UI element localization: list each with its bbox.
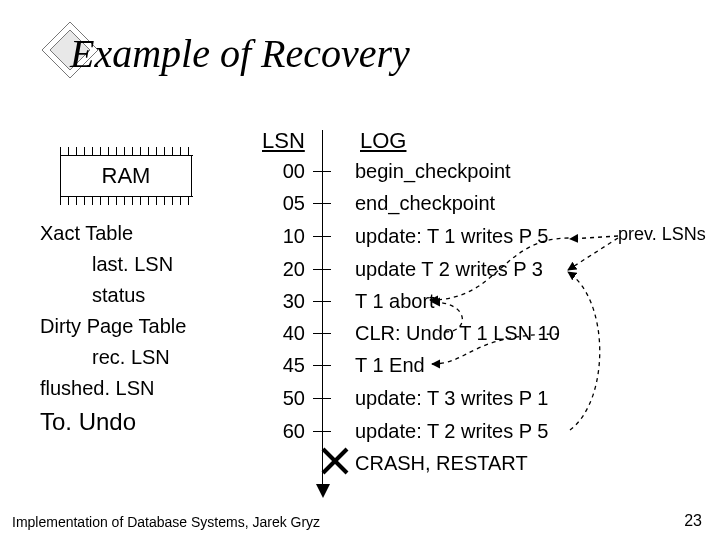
list-item: Xact Table [40, 218, 186, 249]
log-event: T 1 End [355, 354, 425, 377]
svg-marker-2 [316, 484, 330, 498]
list-item: flushed. LSN [40, 373, 186, 404]
log-event: update: T 1 writes P 5 [355, 225, 548, 248]
log-event: update T 2 writes P 3 [355, 258, 543, 281]
toundo-label: To. Undo [40, 408, 136, 436]
svg-line-5 [570, 236, 618, 239]
timeline-tick [313, 301, 331, 302]
page-number: 23 [684, 512, 702, 530]
lsn-value: 40 [275, 322, 305, 345]
lsn-value: 00 [275, 160, 305, 183]
lsn-value: 45 [275, 354, 305, 377]
log-event: CLR: Undo T 1 LSN 10 [355, 322, 560, 345]
lsn-value: 50 [275, 387, 305, 410]
ram-label: RAM [102, 163, 151, 189]
lsn-value: 60 [275, 420, 305, 443]
crash-label: CRASH, RESTART [355, 452, 528, 475]
log-event: update: T 3 writes P 1 [355, 387, 548, 410]
lsn-value: 30 [275, 290, 305, 313]
prev-lsns-label: prev. LSNs [618, 224, 706, 245]
timeline-tick [313, 333, 331, 334]
ram-structures-list: Xact Table last. LSN status Dirty Page T… [40, 218, 186, 404]
list-item: last. LSN [40, 249, 186, 280]
lsn-value: 20 [275, 258, 305, 281]
timeline-tick [313, 365, 331, 366]
ram-box: RAM [60, 155, 192, 197]
log-event: update: T 2 writes P 5 [355, 420, 548, 443]
svg-line-6 [568, 238, 618, 270]
column-header-lsn: LSN [262, 128, 305, 154]
footer-text: Implementation of Database Systems, Jare… [12, 514, 320, 530]
timeline-tick [313, 236, 331, 237]
timeline-tick [313, 431, 331, 432]
log-event: end_checkpoint [355, 192, 495, 215]
timeline-tick [313, 171, 331, 172]
log-event: T 1 abort [355, 290, 435, 313]
slide-title: Example of Recovery [70, 30, 410, 77]
list-item: Dirty Page Table [40, 311, 186, 342]
list-item: rec. LSN [40, 342, 186, 373]
timeline-tick [313, 269, 331, 270]
column-header-log: LOG [360, 128, 406, 154]
crash-icon [320, 446, 350, 476]
timeline-tick [313, 203, 331, 204]
log-event: begin_checkpoint [355, 160, 511, 183]
timeline-tick [313, 398, 331, 399]
lsn-value: 10 [275, 225, 305, 248]
list-item: status [40, 280, 186, 311]
lsn-value: 05 [275, 192, 305, 215]
